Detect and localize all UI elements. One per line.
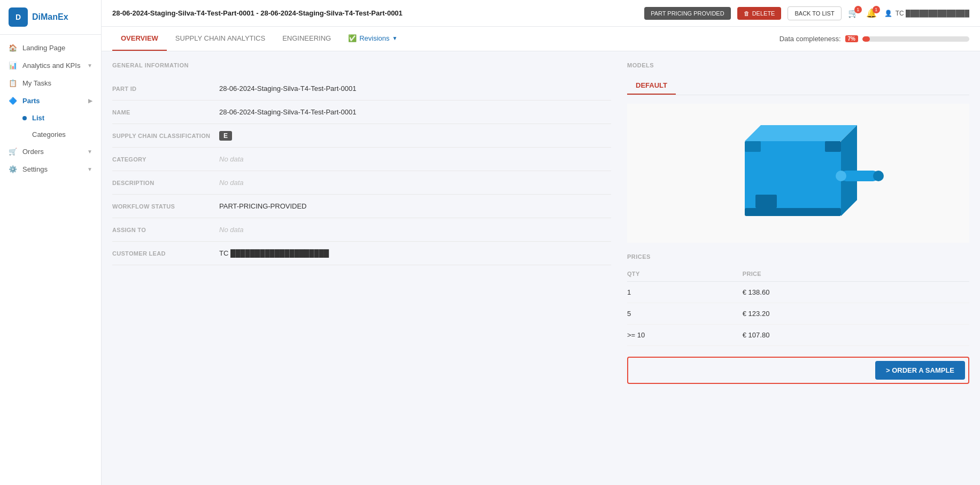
value-category: No data xyxy=(219,155,611,163)
chevron-down-icon: ▼ xyxy=(87,166,92,172)
sidebar-item-list[interactable]: List xyxy=(0,110,101,126)
sidebar-item-categories[interactable]: Categories xyxy=(0,126,101,143)
sidebar-item-landing[interactable]: 🏠 Landing Page xyxy=(0,39,101,57)
sidebar-sub-label: List xyxy=(32,114,44,122)
chevron-down-icon: ▼ xyxy=(87,149,92,155)
logo: D DiManEx xyxy=(0,0,101,35)
info-row-supply-chain-class: SUPPLY CHAIN CLASSIFICATION E xyxy=(112,124,611,148)
notification-button[interactable]: 🔔 1 xyxy=(866,8,877,18)
prices-title: PRICES xyxy=(627,253,969,260)
info-row-category: CATEGORY No data xyxy=(112,148,611,171)
tab-engineering[interactable]: ENGINEERING xyxy=(274,27,339,51)
user-icon: 👤 xyxy=(884,10,892,17)
sidebar-item-settings[interactable]: ⚙️ Settings ▼ xyxy=(0,160,101,178)
tab-supply-chain[interactable]: SUPPLY CHAIN ANALYTICS xyxy=(167,27,274,51)
header-icons: 🛒 1 🔔 1 👤 TC ██████████████ xyxy=(848,8,969,18)
sidebar-item-label: Landing Page xyxy=(22,44,65,52)
right-panel: MODELS DEFAULT xyxy=(627,62,969,474)
completeness-label: Data completeness: xyxy=(780,35,841,43)
delete-button[interactable]: 🗑 DELETE xyxy=(737,7,782,20)
sidebar-item-analytics[interactable]: 📊 Analytics and KPIs ▼ xyxy=(0,57,101,74)
content-area: GENERAL INFORMATION PART ID 28-06-2024-S… xyxy=(102,51,980,485)
general-info-title: GENERAL INFORMATION xyxy=(112,62,611,68)
check-icon: ✅ xyxy=(348,34,357,42)
svg-marker-1 xyxy=(745,125,857,141)
value-supply-chain-class: E xyxy=(219,132,611,140)
orders-icon: 🛒 xyxy=(9,148,17,156)
info-row-assign-to: ASSIGN TO No data xyxy=(112,218,611,242)
parts-icon: 🔷 xyxy=(9,97,17,105)
label-part-id: PART ID xyxy=(112,84,219,92)
qty-5: 5 xyxy=(627,303,689,325)
trash-icon: 🗑 xyxy=(744,10,750,17)
order-sample-button[interactable]: > ORDER A SAMPLE xyxy=(875,361,965,380)
tabs-left: OVERVIEW SUPPLY CHAIN ANALYTICS ENGINEER… xyxy=(112,27,406,51)
sidebar-item-tasks[interactable]: 📋 My Tasks xyxy=(0,74,101,92)
part-pricing-button[interactable]: PART PRICING PROVIDED xyxy=(644,7,731,20)
price-row-1: 1 € 138.60 xyxy=(627,282,969,303)
value-assign-to: No data xyxy=(219,226,611,234)
svg-point-7 xyxy=(873,171,884,181)
analytics-icon: 📊 xyxy=(9,61,17,70)
chevron-down-icon: ▼ xyxy=(87,63,92,68)
sidebar-sub-label: Categories xyxy=(32,130,66,138)
supply-chain-badge: E xyxy=(219,131,232,141)
svg-rect-4 xyxy=(825,141,841,152)
label-customer-lead: CUSTOMER LEAD xyxy=(112,249,219,257)
qty-10: >= 10 xyxy=(627,325,689,346)
completeness-bar-container xyxy=(862,36,969,42)
price-10: € 107.80 xyxy=(689,325,969,346)
user-info: 👤 TC ██████████████ xyxy=(884,10,969,17)
svg-rect-5 xyxy=(841,171,878,181)
info-row-customer-lead: CUSTOMER LEAD TC ████████████████████ xyxy=(112,242,611,265)
info-row-description: DESCRIPTION No data xyxy=(112,171,611,195)
sidebar-item-label: Analytics and KPIs xyxy=(22,61,80,70)
order-sample-container: > ORDER A SAMPLE xyxy=(627,357,969,384)
page-title: 28-06-2024-Staging-Silva-T4-Test-Part-00… xyxy=(112,9,638,17)
value-customer-lead: TC ████████████████████ xyxy=(219,249,611,257)
tab-default-model[interactable]: DEFAULT xyxy=(627,77,676,95)
svg-rect-3 xyxy=(745,141,761,152)
tab-revisions[interactable]: ✅ Revisions ▼ xyxy=(339,27,406,51)
price-1: € 138.60 xyxy=(689,282,969,303)
notification-badge: 1 xyxy=(873,6,880,13)
left-panel: GENERAL INFORMATION PART ID 28-06-2024-S… xyxy=(112,62,627,474)
completeness-percentage: 7% xyxy=(845,35,858,42)
price-5: € 123.20 xyxy=(689,303,969,325)
settings-icon: ⚙️ xyxy=(9,165,17,173)
sidebar-item-parts[interactable]: 🔷 Parts ▶ xyxy=(0,92,101,110)
label-supply-chain-class: SUPPLY CHAIN CLASSIFICATION xyxy=(112,132,219,139)
home-icon: 🏠 xyxy=(9,44,17,52)
info-row-part-id: PART ID 28-06-2024-Staging-Silva-T4-Test… xyxy=(112,77,611,101)
prices-section: PRICES QTY PRICE 1 € 138.60 xyxy=(627,253,969,384)
back-to-list-button[interactable]: BACK TO LIST xyxy=(788,6,841,20)
sidebar-item-orders[interactable]: 🛒 Orders ▼ xyxy=(0,143,101,160)
page-header: 28-06-2024-Staging-Silva-T4-Test-Part-00… xyxy=(102,0,980,27)
label-assign-to: ASSIGN TO xyxy=(112,226,219,233)
sidebar-item-label: Parts xyxy=(22,97,40,105)
sidebar-item-label: Orders xyxy=(22,148,44,156)
chevron-right-icon: ▶ xyxy=(88,98,92,104)
logo-icon: D xyxy=(9,7,28,27)
data-completeness: Data completeness: 7% xyxy=(780,35,969,43)
info-row-workflow: WORKFLOW STATUS PART-PRICING-PROVIDED xyxy=(112,195,611,218)
label-workflow: WORKFLOW STATUS xyxy=(112,202,219,210)
3d-model-svg xyxy=(713,109,884,237)
prices-table: QTY PRICE 1 € 138.60 5 € 123.20 xyxy=(627,266,969,346)
tasks-icon: 📋 xyxy=(9,79,17,87)
3d-model-viewer xyxy=(627,104,969,243)
label-category: CATEGORY xyxy=(112,155,219,163)
active-dot xyxy=(22,116,27,120)
col-price: PRICE xyxy=(689,266,969,282)
svg-rect-9 xyxy=(755,195,777,208)
chevron-down-icon: ▼ xyxy=(392,35,398,41)
price-row-5: 5 € 123.20 xyxy=(627,303,969,325)
tabs-bar: OVERVIEW SUPPLY CHAIN ANALYTICS ENGINEER… xyxy=(102,27,980,51)
svg-point-6 xyxy=(836,171,846,181)
value-workflow: PART-PRICING-PROVIDED xyxy=(219,202,611,210)
cart-button[interactable]: 🛒 1 xyxy=(848,8,859,18)
tab-overview[interactable]: OVERVIEW xyxy=(112,27,167,51)
label-description: DESCRIPTION xyxy=(112,179,219,186)
completeness-bar xyxy=(862,36,870,42)
price-row-10: >= 10 € 107.80 xyxy=(627,325,969,346)
